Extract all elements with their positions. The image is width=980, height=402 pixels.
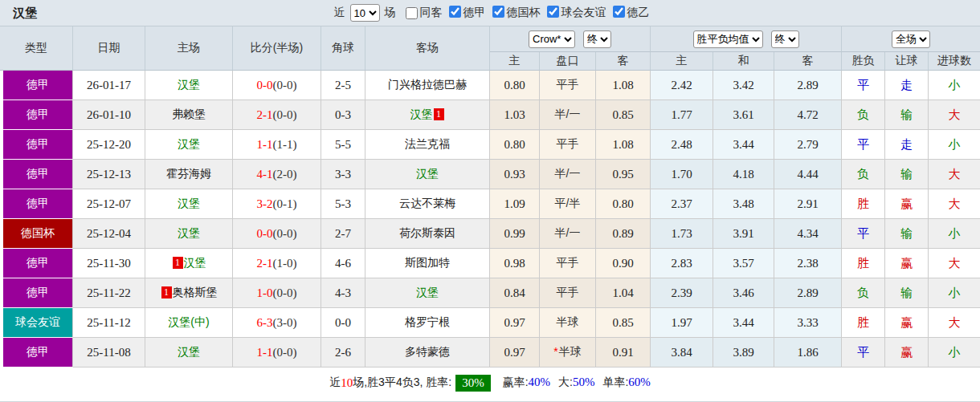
asia-away-odds-cell: 1.08 bbox=[596, 71, 651, 100]
stat-value: 60% bbox=[628, 376, 651, 388]
table-header: 类型 日期 主场 比分(半场) 角球 客场 Crow* 终 胜平负均值 终 bbox=[0, 26, 980, 71]
handicap-line: 半球 bbox=[557, 315, 579, 328]
home-cell: 汉堡 bbox=[145, 338, 233, 367]
away-cell: 门兴格拉德巴赫 bbox=[365, 71, 490, 100]
match-row: 德甲 26-01-10 弗赖堡 2-1(0-0) 0-3 汉堡1 1.03 半/… bbox=[0, 100, 980, 130]
fullmatch-select[interactable]: 全场 bbox=[892, 30, 930, 48]
eu-away-odds-cell: 2.89 bbox=[774, 278, 842, 308]
corner-cell: 2-5 bbox=[321, 71, 365, 100]
score-cell: 2-1(1-0) bbox=[233, 249, 321, 278]
stat-value: 50% bbox=[573, 376, 595, 388]
eu-draw-odds-cell: 3.44 bbox=[713, 308, 774, 338]
eu-draw-odds-cell: 3.42 bbox=[713, 71, 774, 100]
team-title: 汉堡 bbox=[13, 6, 37, 21]
away-cell: 汉堡 bbox=[365, 278, 490, 308]
wdl-result-cell: 负 bbox=[842, 278, 885, 308]
col-type: 类型 bbox=[0, 26, 73, 71]
halftime-score: (0-0) bbox=[273, 108, 297, 121]
eu-away-odds-cell: 1.86 bbox=[774, 338, 842, 367]
bookmaker-select[interactable]: Crow* bbox=[529, 30, 575, 48]
sub-handicap: 盘口 bbox=[540, 52, 596, 71]
corner-cell: 3-3 bbox=[321, 160, 365, 189]
asia-home-odds-cell: 0.80 bbox=[490, 71, 540, 100]
eu-draw-odds-cell: 3.91 bbox=[713, 219, 774, 249]
asia-away-odds-cell: 0.91 bbox=[596, 338, 651, 367]
europe-select[interactable]: 胜平负均值 bbox=[693, 30, 763, 48]
corner-cell: 0-3 bbox=[321, 100, 365, 130]
handicap-cell: 半/一 bbox=[540, 160, 596, 189]
footer-summary: 场,胜3平4负3, 胜率: bbox=[353, 376, 451, 390]
sub-handicap-res: 让球 bbox=[885, 52, 929, 71]
league-checkbox[interactable] bbox=[613, 6, 625, 18]
halftime-score: (0-0) bbox=[273, 79, 297, 91]
date-cell: 25-12-07 bbox=[73, 189, 145, 219]
goals-result-cell: 小 bbox=[929, 278, 980, 308]
score-cell: 1-1(1-1) bbox=[233, 130, 321, 160]
match-table-body: 德甲 26-01-17 汉堡 0-0(0-0) 2-5 门兴格拉德巴赫 0.80… bbox=[0, 71, 980, 367]
score-cell: 6-3(3-0) bbox=[233, 308, 321, 338]
handicap-line: 半/一 bbox=[555, 226, 581, 239]
date-cell: 25-11-22 bbox=[73, 278, 145, 308]
eu-home-odds-cell: 1.70 bbox=[651, 160, 713, 189]
asia-home-odds-cell: 1.09 bbox=[490, 189, 540, 219]
halftime-score: (1-1) bbox=[273, 138, 297, 151]
rank-badge: 1 bbox=[434, 108, 444, 120]
handicap-cell: 平手 bbox=[540, 130, 596, 160]
home-team-name: 奥格斯堡 bbox=[173, 286, 218, 298]
eu-draw-odds-cell: 4.18 bbox=[713, 160, 774, 189]
date-cell: 25-12-13 bbox=[73, 160, 145, 189]
recent-count-select[interactable]: 10 bbox=[350, 4, 380, 22]
league-checkbox[interactable] bbox=[547, 6, 559, 18]
handicap-line: 半球 bbox=[559, 345, 582, 358]
fulltime-score: 1-1 bbox=[257, 138, 273, 151]
handicap-result-cell: 输 bbox=[885, 278, 929, 308]
handicap-line: 半/一 bbox=[555, 108, 581, 120]
asia-home-odds-cell: 0.98 bbox=[490, 249, 540, 278]
handicap-result-cell: 走 bbox=[885, 130, 929, 160]
same-away-checkbox[interactable] bbox=[406, 7, 418, 19]
home-team-name: 霍芬海姆 bbox=[166, 167, 211, 180]
corner-cell: 5-5 bbox=[321, 130, 365, 160]
eu-away-odds-cell: 2.89 bbox=[774, 71, 842, 100]
goals-result-cell: 小 bbox=[929, 71, 980, 100]
asia-away-odds-cell: 1.08 bbox=[596, 130, 651, 160]
halftime-score: (1-0) bbox=[273, 257, 297, 270]
corner-cell: 5-3 bbox=[321, 189, 365, 219]
league-cell: 德甲 bbox=[0, 278, 73, 308]
league-checkbox[interactable] bbox=[492, 6, 504, 18]
eu-away-odds-cell: 2.79 bbox=[774, 130, 842, 160]
away-cell: 汉堡1 bbox=[365, 100, 490, 130]
eu-home-odds-cell: 1.77 bbox=[651, 100, 713, 130]
footer-near-label: 近 bbox=[329, 376, 341, 390]
sub-eu-home: 主 bbox=[651, 52, 713, 71]
home-team-name: 汉堡 bbox=[178, 345, 200, 358]
fulltime-score: 6-3 bbox=[257, 316, 273, 329]
league-checkbox[interactable] bbox=[449, 6, 461, 18]
home-team-name: 汉堡 bbox=[178, 78, 200, 91]
handicap-line: 平手 bbox=[557, 137, 579, 150]
goals-result-cell: 小 bbox=[929, 338, 980, 367]
sub-goals: 进球数 bbox=[929, 52, 980, 71]
away-team-name: 荷尔斯泰因 bbox=[399, 226, 455, 239]
handicap-line: 平手 bbox=[557, 256, 579, 269]
asia-final-select[interactable]: 终 bbox=[583, 30, 611, 48]
eu-home-odds-cell: 2.83 bbox=[651, 249, 713, 278]
footer-count: 10 bbox=[341, 376, 353, 390]
europe-final-select[interactable]: 终 bbox=[771, 30, 799, 48]
top-bar: 汉堡 近 10 场 同客 德甲德国杯球会友谊德乙 bbox=[0, 0, 980, 26]
corner-cell: 2-7 bbox=[321, 219, 365, 249]
league-cell: 德甲 bbox=[0, 130, 73, 160]
score-cell: 1-1(0-0) bbox=[233, 338, 321, 367]
eu-draw-odds-cell: 3.46 bbox=[713, 278, 774, 308]
summary-footer: 近10场,胜3平4负3, 胜率:30%赢率:40%大:50%单率:60% bbox=[0, 367, 980, 398]
league-cell: 德甲 bbox=[0, 160, 73, 189]
col-corner: 角球 bbox=[321, 26, 365, 71]
eu-away-odds-cell: 3.33 bbox=[774, 308, 842, 338]
home-cell: 1奥格斯堡 bbox=[145, 278, 233, 308]
eu-home-odds-cell: 2.48 bbox=[651, 130, 713, 160]
halftime-score: (0-0) bbox=[273, 286, 297, 299]
asia-away-odds-cell: 0.89 bbox=[596, 219, 651, 249]
league-cell: 德甲 bbox=[0, 249, 73, 278]
wdl-result-cell: 胜 bbox=[842, 308, 885, 338]
corner-cell: 2-6 bbox=[321, 338, 365, 367]
